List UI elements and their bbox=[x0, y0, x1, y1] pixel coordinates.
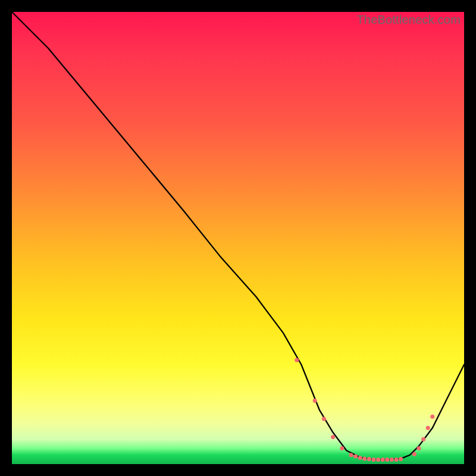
marker-point bbox=[367, 457, 371, 461]
marker-point bbox=[421, 437, 425, 441]
highlight-markers bbox=[295, 358, 434, 462]
marker-point bbox=[426, 426, 430, 430]
marker-point bbox=[394, 458, 399, 462]
marker-point bbox=[340, 446, 344, 450]
marker-point bbox=[362, 456, 367, 461]
chart-frame: TheBottleneck.com bbox=[0, 0, 476, 476]
chart-svg bbox=[12, 12, 464, 464]
marker-point bbox=[412, 452, 416, 456]
plot-area: TheBottleneck.com bbox=[12, 12, 464, 464]
marker-point bbox=[376, 458, 380, 462]
marker-point bbox=[372, 458, 376, 462]
marker-point bbox=[381, 458, 385, 462]
marker-point bbox=[322, 417, 326, 421]
marker-point bbox=[313, 399, 317, 403]
marker-point bbox=[417, 446, 421, 450]
marker-point bbox=[331, 435, 335, 439]
marker-point bbox=[353, 455, 358, 459]
marker-point bbox=[399, 457, 403, 461]
marker-point bbox=[430, 415, 434, 419]
bottleneck-curve-line bbox=[12, 12, 464, 459]
marker-point bbox=[358, 456, 362, 460]
marker-point bbox=[295, 358, 299, 362]
marker-point bbox=[349, 453, 353, 457]
marker-point bbox=[385, 458, 389, 462]
marker-point bbox=[390, 458, 394, 462]
